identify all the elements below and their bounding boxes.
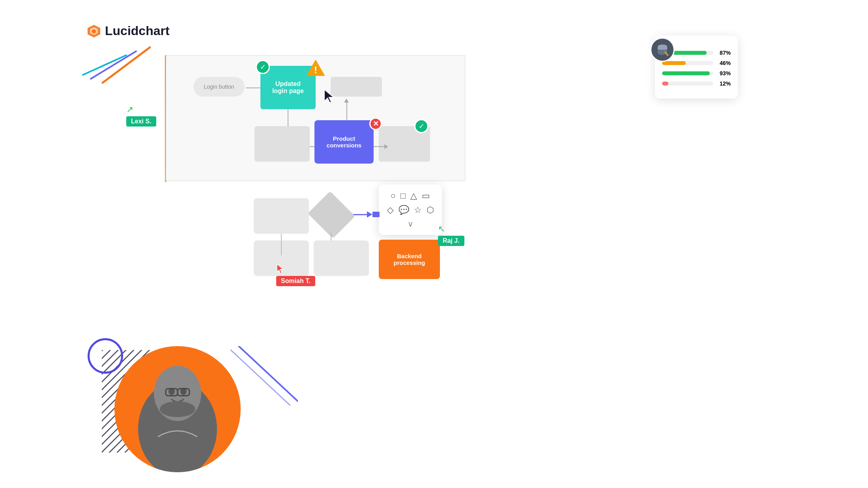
- svg-line-24: [231, 350, 290, 405]
- shape-row-1: ○ □ △ ▭: [385, 191, 436, 201]
- cursor-arrow-raj: ↖: [438, 224, 445, 234]
- node-lower-right-2: [314, 240, 369, 276]
- person-photo: [114, 346, 241, 472]
- person-silhouette: [114, 346, 241, 472]
- shape-palette[interactable]: ○ □ △ ▭ ◇ 💬 ☆ ⬡ ∨: [379, 184, 442, 235]
- cursor-icon-main: [324, 89, 335, 106]
- palette-chevron[interactable]: ∨: [385, 219, 436, 229]
- cursor-arrow-lexi: ↗: [126, 104, 133, 115]
- x-badge-product-conv: ✕: [369, 117, 382, 130]
- arrow-head-up-1: [344, 99, 349, 102]
- person-photo-inner: [114, 346, 241, 472]
- svg-text:!: !: [314, 65, 317, 75]
- stats-db-icon: [650, 37, 675, 62]
- stats-bar-bg-2: [662, 61, 713, 65]
- node-backend-processing[interactable]: Backend processing: [379, 240, 440, 279]
- node-product-conversions[interactable]: Product conversions: [314, 120, 374, 164]
- shape-diamond-icon[interactable]: ◇: [387, 205, 394, 215]
- shape-square-icon[interactable]: □: [400, 191, 406, 201]
- shape-comment-icon[interactable]: 💬: [398, 205, 409, 215]
- warning-badge: !: [306, 58, 326, 78]
- stats-row-4: 12%: [662, 80, 731, 87]
- blue-circle-deco: [88, 338, 123, 374]
- node-login-button[interactable]: Login button: [193, 77, 245, 97]
- logo-text: Lucidchart: [105, 24, 170, 38]
- node-lower-diamond: [308, 191, 355, 238]
- label-somiah: Somiah T.: [276, 276, 315, 286]
- shape-star-icon[interactable]: ☆: [414, 205, 422, 215]
- stats-bar-bg-4: [662, 82, 713, 86]
- svg-marker-12: [277, 264, 283, 274]
- stats-row-3: 93%: [662, 70, 731, 76]
- svg-line-3: [103, 47, 150, 83]
- arrow-row2-conv-to-right: [373, 144, 388, 149]
- shape-rect-icon[interactable]: ▭: [422, 191, 430, 201]
- stats-bar-bg-3: [662, 71, 713, 75]
- cursor-somiah-icon: [276, 263, 284, 274]
- lucidchart-icon: [87, 24, 101, 38]
- shape-callout-icon[interactable]: ⬡: [427, 205, 434, 215]
- stats-pct-2: 46%: [716, 60, 731, 66]
- node-lower-left: [254, 198, 309, 234]
- shape-circle-icon[interactable]: ○: [391, 191, 396, 201]
- cursor-lexi: ↗ Lexi S.: [126, 104, 156, 127]
- check-badge-updated-login: ✓: [256, 60, 270, 74]
- svg-marker-8: [324, 89, 334, 103]
- label-raj: Raj J.: [438, 236, 464, 246]
- node-row2-left: [254, 126, 310, 162]
- deco-lines-top: [79, 39, 158, 91]
- connector-arrow: [367, 211, 372, 218]
- label-lexi: Lexi S.: [126, 116, 156, 127]
- logo-area: Lucidchart: [87, 24, 170, 38]
- shape-triangle-icon[interactable]: △: [410, 191, 417, 201]
- arrow-v-lower-left: [281, 234, 282, 255]
- svg-line-5: [83, 55, 126, 75]
- check-badge-row2-right: ✓: [414, 119, 428, 133]
- stats-bar-fill-4: [662, 82, 668, 86]
- stats-bar-fill-3: [662, 71, 710, 75]
- stats-pct-3: 93%: [716, 70, 731, 76]
- node-right-placeholder: [331, 77, 382, 97]
- database-icon: [656, 43, 669, 56]
- stats-bar-fill-2: [662, 61, 686, 65]
- svg-line-23: [239, 346, 298, 401]
- cursor-raj: ↖ Raj J.: [438, 224, 464, 246]
- svg-point-22: [160, 401, 195, 417]
- cursor-somiah: Somiah T.: [276, 263, 315, 286]
- shape-row-2: ◇ 💬 ☆ ⬡: [385, 205, 436, 215]
- stats-pct-1: 87%: [716, 50, 731, 56]
- connector-end-box: [372, 212, 380, 217]
- stats-row-2: 46%: [662, 60, 731, 66]
- stats-pct-4: 12%: [716, 80, 731, 87]
